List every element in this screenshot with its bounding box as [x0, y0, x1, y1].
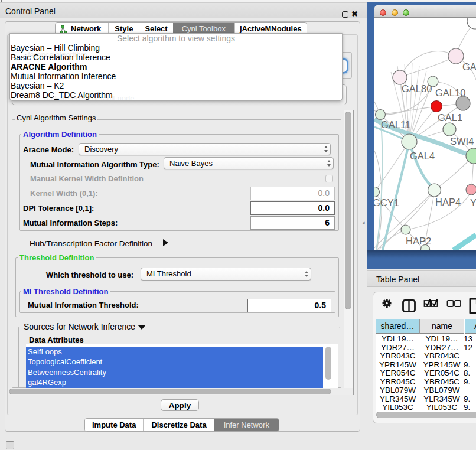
svg-text:HAP2: HAP2 [406, 236, 431, 246]
svg-text:HAP4: HAP4 [435, 197, 461, 207]
svg-text:GAL: GAL [462, 61, 476, 72]
svg-text:Y: Y [470, 197, 476, 208]
svg-text:GAL1: GAL1 [438, 112, 462, 123]
svg-text:GCY1: GCY1 [374, 197, 399, 208]
svg-text:GAL11: GAL11 [381, 119, 410, 130]
svg-text:GAL4: GAL4 [410, 151, 435, 161]
svg-text:GAL80: GAL80 [402, 83, 432, 94]
svg-text:GAL10: GAL10 [435, 87, 465, 98]
svg-text:SWI4: SWI4 [450, 136, 474, 146]
